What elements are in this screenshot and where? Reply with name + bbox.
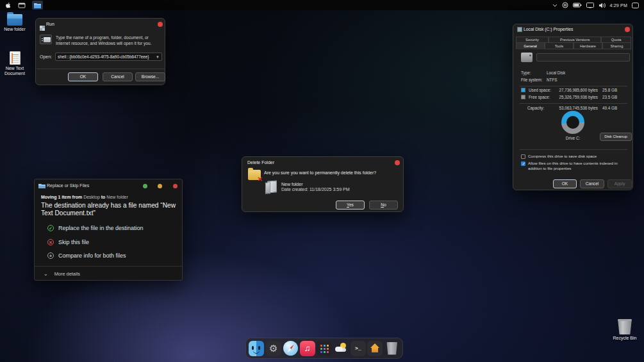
capacity-size: 49.4 GB [602, 106, 617, 110]
replace-dialog-icon [38, 183, 45, 189]
folder-icon [7, 14, 22, 26]
dock-weather-icon[interactable] [333, 340, 349, 357]
parallels-tray-icon[interactable] [562, 1, 568, 10]
open-combobox[interactable]: shell:::{bb06c0e4-d293-4f75-8a90-cb05b64… [55, 53, 162, 61]
close-icon[interactable] [173, 184, 178, 188]
tab-row-front: General Tools Hardware Sharing [516, 42, 631, 49]
tab-sharing[interactable]: Sharing [602, 42, 631, 49]
dialog-title: Replace or Skip Files [47, 183, 89, 188]
combobox-chevron-icon[interactable]: ▼ [156, 55, 160, 59]
index-checkbox-label: Allow files on this drive to have conten… [528, 161, 630, 171]
free-space-label: Free space: [529, 95, 550, 99]
properties-dialog-icon [517, 27, 522, 32]
replace-skip-dialog: Replace or Skip Files Moving 1 item from… [34, 179, 183, 281]
index-checkbox[interactable] [521, 161, 525, 166]
dialog-title: Run [46, 22, 54, 26]
volume-label-input[interactable] [536, 53, 630, 62]
dock-terminal-icon[interactable]: >_ [351, 340, 366, 357]
disk-cleanup-button[interactable]: Disk Cleanup [600, 133, 632, 141]
compress-checkbox-row[interactable]: Compress this drive to save disk space [521, 154, 629, 159]
dock: ⚙ ♫ >_ [245, 338, 403, 359]
run-description: Type the name of a program, folder, docu… [56, 35, 163, 47]
chevron-down-icon[interactable] [552, 1, 557, 10]
free-space-swatch [521, 95, 525, 99]
no-button[interactable]: No [369, 201, 398, 210]
used-space-size: 25.8 GB [602, 88, 617, 92]
filesystem-value: NTFS [547, 78, 557, 82]
open-label: Open: [40, 54, 52, 59]
active-app-folder-icon[interactable] [32, 1, 43, 10]
type-value: Local Disk [547, 70, 565, 75]
tab-hardware[interactable]: Hardware [574, 42, 602, 49]
moving-source: Desktop [83, 195, 100, 199]
app-window-icon[interactable] [18, 1, 26, 10]
delete-folder-dialog: Delete Folder Are you sure you want to p… [242, 156, 404, 212]
conflict-message: The destination already has a file named… [41, 202, 178, 217]
option-label: Skip this file [58, 239, 89, 245]
close-icon[interactable] [625, 27, 630, 32]
used-space-label: Used space: [529, 88, 551, 92]
moving-dest: New folder [106, 195, 128, 199]
text-document-icon [10, 51, 21, 65]
moving-to: to [101, 195, 106, 199]
drive-icon [521, 53, 533, 62]
filesystem-label: File system: [521, 78, 543, 82]
desktop-icon-label: New Text Document [2, 66, 28, 76]
check-circle-icon: ✓ [47, 225, 54, 231]
compress-checkbox-label: Compress this drive to save disk space [528, 154, 597, 159]
option-label: Compare info for both files [58, 252, 126, 259]
option-replace[interactable]: ✓ Replace the file in the destination [47, 225, 144, 231]
disk-usage-donut-chart [561, 111, 584, 134]
compress-checkbox[interactable] [521, 154, 525, 159]
cancel-button[interactable]: Cancel [103, 72, 133, 81]
item-folder-icon [267, 180, 277, 193]
cross-circle-icon: ✕ [47, 239, 54, 245]
dock-launchpad-icon[interactable] [317, 340, 332, 357]
option-compare[interactable]: + Compare info for both files [47, 252, 126, 259]
browse-button[interactable]: Browse... [135, 72, 165, 81]
recycle-bin-icon [618, 319, 632, 334]
notification-center-icon[interactable] [632, 1, 639, 10]
apple-menu-icon[interactable] [5, 1, 12, 10]
tab-tools[interactable]: Tools [545, 42, 574, 49]
ok-button[interactable]: OK [68, 72, 98, 81]
delete-message: Are you sure you want to permanently del… [264, 170, 400, 175]
dock-settings-icon[interactable]: ⚙ [265, 340, 281, 357]
ok-button[interactable]: OK [553, 179, 577, 188]
dock-safari-icon[interactable] [283, 340, 298, 357]
yes-button[interactable]: Yes [336, 201, 365, 210]
item-date: Date created: 11/18/2025 3:59 PM [281, 187, 350, 192]
used-space-swatch [521, 88, 525, 92]
more-details-toggle[interactable]: ⌄ More details [44, 271, 80, 277]
moving-summary: Moving 1 item from Desktop to New folder [41, 195, 128, 199]
free-space-size: 23.5 GB [602, 95, 617, 99]
index-checkbox-row[interactable]: Allow files on this drive to have conten… [521, 161, 630, 171]
dialog-title: Delete Folder [247, 160, 274, 165]
capacity-label: Capacity: [527, 106, 544, 110]
drive-caption: Drive C: [561, 136, 584, 140]
close-icon[interactable] [158, 22, 163, 27]
maximize-icon[interactable] [158, 184, 162, 188]
volume-icon[interactable] [599, 1, 606, 10]
close-icon[interactable] [395, 160, 400, 165]
free-space-bytes: 25,326,759,936 bytes [553, 95, 598, 99]
tab-general[interactable]: General [516, 42, 545, 49]
menu-clock[interactable]: 4:29 PM [610, 3, 627, 8]
dock-trash-icon[interactable] [384, 340, 400, 357]
desktop-icon-new-text-document[interactable]: New Text Document [0, 51, 29, 76]
open-value: shell:::{bb06c0e4-d293-4f75-8a90-cb05b64… [58, 54, 149, 59]
run-dialog: Run Type the name of a program, folder, … [35, 18, 165, 85]
minimize-icon[interactable] [143, 184, 147, 188]
option-skip[interactable]: ✕ Skip this file [47, 239, 89, 245]
dock-music-icon[interactable]: ♫ [299, 340, 315, 357]
display-mirroring-icon[interactable] [586, 1, 594, 10]
desktop-icon-recycle-bin[interactable]: Recycle Bin [610, 319, 640, 341]
dock-home-icon[interactable] [367, 340, 383, 357]
battery-icon[interactable] [573, 1, 582, 10]
dock-finder-icon[interactable] [249, 340, 264, 357]
chevron-down-icon: ⌄ [44, 271, 48, 277]
cancel-button[interactable]: Cancel [580, 179, 604, 188]
desktop-icon-new-folder[interactable]: New folder [0, 14, 29, 32]
apply-button[interactable]: Apply [607, 179, 632, 188]
run-dialog-icon [40, 22, 45, 33]
